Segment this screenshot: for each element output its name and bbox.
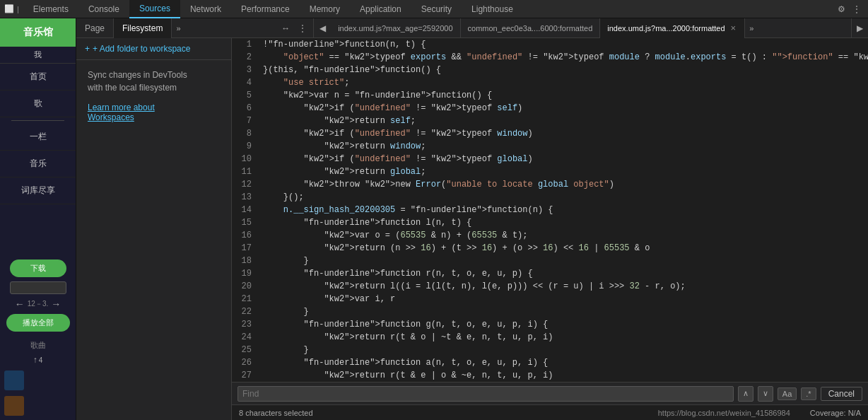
thumb-item-2[interactable]	[3, 395, 73, 417]
file-tab-forward: ▶	[851, 18, 868, 38]
play-all-button[interactable]: 播放全部	[6, 314, 70, 332]
tab-lighthouse[interactable]: Lighthouse	[462, 0, 523, 18]
find-prev-btn[interactable]: ∧	[738, 386, 753, 402]
code-line: 17 "kw2">return (n >> 16) + (t >> 16) + …	[232, 242, 868, 255]
file-tab-1-label: index.umd.js?max_age=2592000	[338, 24, 452, 33]
file-tab-1[interactable]: index.umd.js?max_age=2592000	[331, 18, 460, 38]
find-next-btn[interactable]: ∨	[758, 386, 773, 402]
code-line: 20 "kw2">return l((i = l(l(t, n), l(e, p…	[232, 280, 868, 293]
sync-icon-btn[interactable]: ↔	[278, 21, 293, 36]
restore-icon[interactable]: ⬜	[4, 4, 14, 13]
line-code: "fn-underline">function l(n, t) {	[260, 216, 868, 229]
nav-songs[interactable]: 歌	[0, 91, 76, 117]
code-line: 14 n.__sign_hash_20200305 = "fn-underlin…	[232, 204, 868, 216]
workspaces-link[interactable]: Workspaces	[88, 112, 134, 122]
code-line: 2 "object" == "kw2">typeof exports && "u…	[232, 51, 868, 64]
line-code: }	[260, 255, 868, 267]
app-search-input[interactable]	[10, 281, 66, 294]
line-code: "kw2">if ("undefined" != "kw2">typeof gl…	[260, 153, 868, 165]
find-regex-btn[interactable]: .*	[801, 387, 816, 400]
code-line: 5 "kw2">var n = "fn-underline">function(…	[232, 89, 868, 102]
tab-network[interactable]: Network	[180, 0, 231, 18]
sources-tab-filesystem[interactable]: Filesystem	[114, 18, 172, 38]
sources-tab-page[interactable]: Page	[76, 18, 114, 38]
code-line: 4 "use strict";	[232, 76, 868, 89]
more-icon-btn[interactable]: ⋮	[295, 21, 310, 36]
learn-more-section: Learn more about Workspaces	[76, 103, 231, 128]
code-line: 13 }();	[232, 191, 868, 204]
code-line: 3}(this, "fn-underline">function() {	[232, 64, 868, 76]
line-number: 7	[232, 115, 260, 127]
up-section: ↑ 4	[0, 354, 76, 366]
line-code: }	[260, 305, 868, 318]
tab-security[interactable]: Security	[411, 0, 462, 18]
line-number: 6	[232, 102, 260, 115]
code-line: 6 "kw2">if ("undefined" != "kw2">typeof …	[232, 102, 868, 115]
line-number: 2	[232, 51, 260, 64]
tab-memory[interactable]: Memory	[300, 0, 350, 18]
nav-home[interactable]: 首页	[0, 64, 76, 91]
code-line: 12 "kw2">throw "kw2">new Error("unable t…	[232, 178, 868, 191]
file-tab-2-label: common_eec0e3a....6000:formatted	[468, 24, 593, 33]
file-tabs-more[interactable]: »	[745, 24, 758, 33]
sources-tab-more[interactable]: »	[172, 24, 184, 33]
next-arrow[interactable]: →	[51, 298, 61, 310]
line-number: 25	[232, 344, 260, 356]
code-line: 19 "fn-underline">function r(n, t, o, e,…	[232, 267, 868, 280]
more-options-icon[interactable]: ⋮	[850, 4, 864, 14]
cursor-icon: |	[17, 5, 19, 13]
download-button[interactable]: 下载	[10, 259, 66, 277]
code-line: 22 }	[232, 305, 868, 318]
line-number: 12	[232, 178, 260, 191]
line-number: 14	[232, 204, 260, 216]
line-number: 20	[232, 280, 260, 293]
file-tab-back[interactable]: ◀	[314, 18, 331, 38]
nav-music[interactable]: 音乐	[0, 151, 76, 177]
line-number: 9	[232, 140, 260, 153]
app-logo-sub: 我	[0, 47, 76, 64]
line-code: !"fn-underline">function(n, t) {	[260, 38, 868, 51]
file-tab-3-close[interactable]: ×	[729, 23, 738, 33]
code-line: 1!"fn-underline">function(n, t) {	[232, 38, 868, 51]
nav-library[interactable]: 词库尽享	[0, 177, 76, 204]
code-line: 18 }	[232, 255, 868, 267]
app-logo: 音乐馆	[0, 18, 76, 47]
learn-more-link[interactable]: Learn more about	[88, 103, 155, 112]
line-code: "kw2">if ("undefined" != "kw2">typeof se…	[260, 102, 868, 115]
line-code: "use strict";	[260, 76, 868, 89]
code-line: 26 "fn-underline">function a(n, t, o, e,…	[232, 356, 868, 369]
find-match-case-btn[interactable]: Aa	[778, 387, 797, 400]
line-code: }();	[260, 191, 868, 204]
line-number: 5	[232, 89, 260, 102]
thumb-img-1	[4, 371, 24, 390]
app-bottom: 下载 ← 12－3. → 播放全部	[0, 254, 76, 337]
thumb-item-1[interactable]	[3, 369, 73, 392]
tab-console[interactable]: Console	[78, 0, 129, 18]
file-tab-forward-btn[interactable]: ▶	[851, 18, 868, 38]
tab-performance[interactable]: Performance	[231, 0, 300, 18]
nav-col[interactable]: 一栏	[0, 124, 76, 151]
settings-icon[interactable]: ⚙	[835, 4, 848, 14]
find-cancel-button[interactable]: Cancel	[821, 387, 862, 401]
file-tab-2[interactable]: common_eec0e3a....6000:formatted	[461, 18, 601, 38]
find-input[interactable]	[237, 386, 734, 402]
line-code: "kw2">return r(t & o | ~t & e, n, t, u, …	[260, 331, 868, 344]
nav-separator-1	[11, 120, 64, 121]
prev-arrow[interactable]: ←	[15, 298, 25, 310]
code-line: 8 "kw2">if ("undefined" != "kw2">typeof …	[232, 127, 868, 140]
line-code: "kw2">return window;	[260, 140, 868, 153]
tab-sources[interactable]: Sources	[129, 0, 180, 18]
sources-action-icons: ↔ ⋮	[278, 21, 313, 36]
code-line: 10 "kw2">if ("undefined" != "kw2">typeof…	[232, 153, 868, 165]
line-number: 27	[232, 369, 260, 382]
line-code: "object" == "kw2">typeof exports && "und…	[260, 51, 868, 64]
code-editor[interactable]: 1!"fn-underline">function(n, t) {2 "obje…	[232, 38, 868, 382]
add-folder-button[interactable]: + + Add folder to workspace	[76, 38, 231, 60]
tab-elements[interactable]: Elements	[23, 0, 78, 18]
file-tab-3[interactable]: index.umd.js?ma...2000:formatted ×	[600, 18, 745, 38]
file-tab-3-label: index.umd.js?ma...2000:formatted	[607, 24, 725, 33]
tab-application[interactable]: Application	[350, 0, 411, 18]
up-count: 4	[39, 356, 43, 364]
code-line: 24 "kw2">return r(t & o | ~t & e, n, t, …	[232, 331, 868, 344]
line-number: 11	[232, 165, 260, 178]
